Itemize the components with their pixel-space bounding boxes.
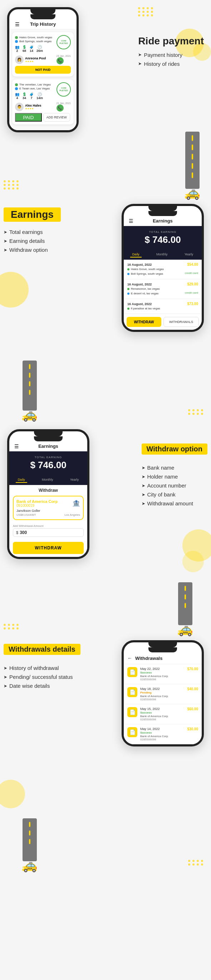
hamburger-icon: ☰ bbox=[15, 21, 20, 27]
withdraw-button[interactable]: WITHDRAW bbox=[127, 317, 161, 327]
driver2-name: Alex Hales bbox=[25, 104, 41, 107]
w-account-3: 0285506098 bbox=[140, 738, 198, 741]
section1-features: Payment history History of rides bbox=[138, 51, 204, 68]
holder-name: Janvikson Goller bbox=[16, 509, 80, 512]
passengers2-icon: 👥 bbox=[15, 92, 19, 96]
section4-features: History of withdrawal Pending/ successfu… bbox=[3, 663, 81, 690]
w-icon-2: 📄 bbox=[127, 707, 137, 717]
withdrawal-item-2: 📄 May 15, 2022 $60.00 Success Bank of Am… bbox=[124, 704, 202, 724]
withdraw-submit-button[interactable]: WITHDRAW bbox=[13, 542, 84, 554]
trip-card-1: COMPLETED Hales Grove, south vegas Boll … bbox=[12, 32, 74, 76]
taxi-icon-2: 🚕 bbox=[21, 407, 38, 422]
driver1-avatar: 👩 bbox=[15, 56, 24, 64]
luggage-icon: 🧳 bbox=[29, 45, 33, 49]
e-to-0: Boll Springs, south vegas bbox=[131, 272, 163, 275]
amount-input[interactable]: $ 300 bbox=[13, 528, 84, 537]
feature-bank-name: Bank name bbox=[142, 463, 208, 472]
taxi-icon-3: 🚕 bbox=[177, 622, 193, 636]
w-account-0: 0285506098 bbox=[140, 678, 198, 681]
call-btn-1[interactable]: 📞 bbox=[57, 57, 63, 64]
e-from-0: Hales Grove, south vegas bbox=[131, 267, 164, 271]
w-account-2: 0285506098 bbox=[140, 718, 198, 721]
withdrawals-button[interactable]: WITHDRAWALS bbox=[163, 317, 199, 327]
trip2-time: 14m bbox=[36, 96, 43, 100]
w-status-0: Success bbox=[140, 671, 198, 674]
e-amount-1: $29.00 bbox=[187, 282, 198, 286]
w-bank-3: Bank of America Corp bbox=[140, 735, 198, 738]
trip2-dollar: 34 bbox=[22, 96, 26, 100]
total-earning-label: TOTAL EARNING bbox=[127, 230, 198, 234]
bank-icon: 🏦 bbox=[72, 499, 80, 507]
phone3-title: Earnings bbox=[38, 444, 58, 449]
w-amount-0: $70.00 bbox=[187, 667, 198, 671]
feature-payment-history: Payment history bbox=[138, 51, 204, 59]
tab-yearly[interactable]: Yearly bbox=[182, 252, 196, 258]
bank-number: 091000019 bbox=[16, 504, 57, 508]
phone-4: ← Withdrawals 📄 May 22, 2022 $70.00 Succ… bbox=[122, 640, 204, 746]
feature-date-wise: Date wise details bbox=[3, 681, 81, 690]
e-payment-1: credit card bbox=[185, 291, 198, 296]
dollar2-icon: 💲 bbox=[22, 92, 27, 96]
paid-button[interactable]: PAID bbox=[15, 113, 42, 122]
w-amount-3: $30.00 bbox=[187, 727, 198, 731]
total-earning-label-3: TOTAL EARNING bbox=[13, 456, 84, 459]
w-bank-1: Bank of America Corp bbox=[140, 695, 198, 698]
bank-name: Bank of America Corp bbox=[16, 499, 57, 504]
w-date-1: May 18, 2022 bbox=[140, 687, 160, 691]
feature-holder-name: Holder name bbox=[142, 472, 208, 481]
w-date-0: May 22, 2022 bbox=[140, 667, 160, 671]
section2-title: Earnings bbox=[11, 209, 54, 220]
dollar-icon: 💲 bbox=[22, 45, 27, 49]
e-amount-2: $73.00 bbox=[187, 302, 198, 306]
currency-sign: $ bbox=[16, 530, 18, 535]
trip2-passengers: 4 bbox=[16, 96, 18, 100]
tab-monthly[interactable]: Monthly bbox=[154, 252, 170, 258]
w-amount-2: $60.00 bbox=[187, 707, 198, 711]
holder-code: US$KUS44IMT bbox=[16, 513, 36, 517]
call-btn-2[interactable]: 📞 bbox=[57, 105, 63, 111]
road-section-3: 🚕 bbox=[177, 582, 193, 636]
section1-title: Ride payment bbox=[138, 36, 204, 47]
trip1-to: Boll Springs, south vegas bbox=[19, 40, 51, 43]
back-arrow-icon[interactable]: ← bbox=[127, 655, 132, 661]
driver2-avatar: 👨 bbox=[15, 103, 24, 111]
w-date-3: May 14, 2022 bbox=[140, 727, 160, 731]
road-section-2: 🚕 bbox=[21, 361, 38, 422]
total-earning-amount-3: $ 746.00 bbox=[13, 460, 84, 471]
section2-features: Total earnings Earning details Withdraw … bbox=[3, 228, 61, 254]
feature-history-rides: History of rides bbox=[138, 59, 204, 68]
completed-badge-2: COMPLETED bbox=[57, 82, 71, 97]
bank-card: Bank of America Corp 091000019 🏦 Janviks… bbox=[13, 496, 84, 520]
phone-1: ☰ Trip History COMPLETED Hales Grove, so… bbox=[7, 7, 79, 132]
tab-daily[interactable]: Daily bbox=[130, 252, 142, 258]
ride-payment-section: Ride payment Payment history History of … bbox=[138, 36, 204, 68]
earning-item-0: 16 August, 2022 $54.00 Hales Grove, sout… bbox=[124, 260, 202, 279]
tab3-monthly[interactable]: Monthly bbox=[40, 477, 56, 483]
input-label: Add Withdrawal Amount bbox=[13, 524, 84, 528]
tab3-daily[interactable]: Daily bbox=[16, 477, 27, 483]
w-icon-1: 📄 bbox=[127, 687, 137, 697]
feature-status: Pending/ successful status bbox=[3, 672, 81, 681]
w-bank-2: Bank of America Corp bbox=[140, 714, 198, 718]
e-date-2: 16 August, 2022 bbox=[127, 302, 152, 306]
hamburger3-icon: ☰ bbox=[14, 444, 19, 449]
section4-title: Withdrawals details bbox=[9, 645, 75, 653]
trip2-to: E Twain ave, Las Vegas bbox=[19, 87, 50, 90]
trip1-from: Hales Grove, south vegas bbox=[19, 36, 52, 39]
withdrawal-item-1: 📄 May 18, 2022 $40.00 Pending Bank of Am… bbox=[124, 684, 202, 704]
w-date-2: May 15, 2022 bbox=[140, 707, 160, 711]
w-status-1: Pending bbox=[140, 691, 198, 694]
earning-item-2: 16 August, 2022 $73.00 fl paradise at la… bbox=[124, 299, 202, 314]
trip-card-2: COMPLETED The venetian, Las Vegas E Twai… bbox=[12, 80, 74, 124]
clock-icon: 🕐 bbox=[38, 45, 42, 49]
w-icon-0: 📄 bbox=[127, 667, 137, 677]
e-from-2: fl paradise at las vegas bbox=[131, 307, 160, 310]
phone-3: ☰ Earnings TOTAL EARNING $ 746.00 Daily … bbox=[7, 429, 89, 559]
feature-city-bank: City of bank bbox=[142, 490, 208, 499]
phone2-title: Earnings bbox=[153, 218, 173, 224]
tab3-yearly[interactable]: Yearly bbox=[68, 477, 81, 483]
add-review-button[interactable]: ADD REVIEW bbox=[43, 113, 70, 122]
not-paid-button[interactable]: NOT PAID bbox=[15, 66, 71, 74]
trip1-dollar: 68 bbox=[22, 49, 26, 52]
trip1-passengers: 2 bbox=[16, 49, 18, 52]
